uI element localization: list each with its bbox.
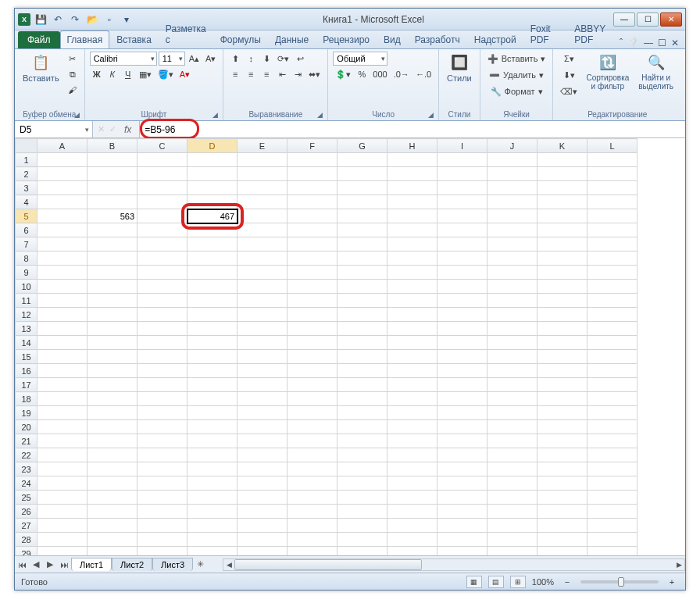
cell[interactable] bbox=[38, 336, 88, 350]
row-header[interactable]: 7 bbox=[16, 237, 38, 252]
cell[interactable] bbox=[538, 336, 588, 350]
tab-data[interactable]: Данные bbox=[268, 30, 316, 48]
cell[interactable] bbox=[188, 223, 238, 237]
cell[interactable] bbox=[538, 322, 588, 336]
cell[interactable] bbox=[88, 280, 138, 294]
cell[interactable] bbox=[538, 195, 588, 209]
alignment-launcher-icon[interactable]: ◢ bbox=[317, 111, 323, 119]
cell[interactable] bbox=[138, 491, 188, 505]
cell[interactable] bbox=[238, 237, 288, 252]
cell[interactable] bbox=[188, 336, 238, 350]
cell[interactable] bbox=[188, 322, 238, 336]
cell[interactable] bbox=[288, 280, 338, 294]
row-header[interactable]: 23 bbox=[16, 462, 38, 476]
cell[interactable] bbox=[338, 294, 388, 308]
percent-icon[interactable]: % bbox=[355, 67, 369, 81]
sheet-nav-prev-icon[interactable]: ◀ bbox=[29, 558, 43, 572]
save-icon[interactable]: 💾 bbox=[34, 12, 48, 27]
cell[interactable] bbox=[238, 336, 288, 350]
cell[interactable] bbox=[388, 252, 438, 266]
cell[interactable] bbox=[288, 336, 338, 350]
cell[interactable] bbox=[438, 491, 488, 505]
cell[interactable] bbox=[138, 195, 188, 209]
cell[interactable] bbox=[238, 505, 288, 519]
cell[interactable] bbox=[88, 266, 138, 280]
cell[interactable] bbox=[238, 209, 288, 223]
cell[interactable] bbox=[438, 378, 488, 392]
cell[interactable] bbox=[188, 364, 238, 378]
cell[interactable] bbox=[138, 476, 188, 491]
cell[interactable] bbox=[588, 350, 638, 364]
cell[interactable] bbox=[588, 378, 638, 392]
tab-addins[interactable]: Надстрой bbox=[467, 30, 523, 48]
cell[interactable] bbox=[588, 322, 638, 336]
cell[interactable] bbox=[588, 364, 638, 378]
align-left-icon[interactable]: ≡ bbox=[228, 67, 242, 81]
cell[interactable] bbox=[38, 406, 88, 420]
cell[interactable] bbox=[138, 153, 188, 167]
cell[interactable] bbox=[488, 448, 538, 462]
cell[interactable] bbox=[138, 294, 188, 308]
cell[interactable] bbox=[538, 547, 588, 556]
cell[interactable] bbox=[538, 392, 588, 406]
cell[interactable] bbox=[88, 406, 138, 420]
row-header[interactable]: 26 bbox=[16, 505, 38, 519]
cell[interactable] bbox=[588, 462, 638, 476]
cell[interactable] bbox=[238, 519, 288, 533]
cell[interactable] bbox=[38, 462, 88, 476]
cell[interactable] bbox=[38, 533, 88, 547]
cell[interactable] bbox=[88, 223, 138, 237]
column-header[interactable]: L bbox=[588, 139, 638, 153]
cell[interactable] bbox=[38, 280, 88, 294]
column-header[interactable]: A bbox=[38, 139, 88, 153]
cell[interactable] bbox=[438, 223, 488, 237]
row-header[interactable]: 14 bbox=[16, 336, 38, 350]
cell[interactable] bbox=[338, 420, 388, 434]
cell[interactable] bbox=[538, 533, 588, 547]
cell[interactable] bbox=[338, 308, 388, 322]
cell[interactable] bbox=[488, 420, 538, 434]
cell[interactable] bbox=[38, 252, 88, 266]
mdi-close-icon[interactable]: ✕ bbox=[671, 37, 679, 48]
cell[interactable] bbox=[138, 237, 188, 252]
increase-indent-icon[interactable]: ⇥ bbox=[291, 67, 305, 81]
cell[interactable] bbox=[388, 181, 438, 195]
tab-review[interactable]: Рецензиро bbox=[316, 30, 377, 48]
cell[interactable] bbox=[538, 209, 588, 223]
cell[interactable] bbox=[238, 294, 288, 308]
cell[interactable] bbox=[38, 378, 88, 392]
paste-button[interactable]: 📋 Вставить bbox=[20, 52, 62, 84]
decrease-decimal-icon[interactable]: ←.0 bbox=[413, 67, 434, 81]
cell[interactable] bbox=[488, 533, 538, 547]
cell[interactable] bbox=[88, 420, 138, 434]
cell[interactable] bbox=[88, 195, 138, 209]
cell[interactable] bbox=[138, 223, 188, 237]
cell[interactable] bbox=[438, 294, 488, 308]
cell[interactable] bbox=[288, 448, 338, 462]
cell[interactable] bbox=[538, 181, 588, 195]
maximize-button[interactable]: ☐ bbox=[637, 12, 659, 27]
cell[interactable] bbox=[138, 350, 188, 364]
cell[interactable] bbox=[438, 153, 488, 167]
cell[interactable] bbox=[238, 195, 288, 209]
cell[interactable] bbox=[538, 237, 588, 252]
decrease-font-icon[interactable]: A▾ bbox=[203, 52, 218, 66]
enter-formula-icon[interactable]: ✓ bbox=[109, 124, 116, 134]
cell[interactable] bbox=[388, 505, 438, 519]
cell[interactable] bbox=[538, 476, 588, 491]
cell[interactable] bbox=[38, 195, 88, 209]
column-header[interactable]: B bbox=[88, 139, 138, 153]
cell[interactable] bbox=[288, 519, 338, 533]
cell[interactable] bbox=[138, 462, 188, 476]
view-page-layout-icon[interactable]: ▤ bbox=[488, 576, 504, 588]
cell[interactable] bbox=[588, 420, 638, 434]
font-name-combo[interactable]: Calibri bbox=[90, 52, 157, 66]
cell[interactable] bbox=[38, 519, 88, 533]
cell[interactable] bbox=[338, 252, 388, 266]
number-format-combo[interactable]: Общий bbox=[333, 52, 388, 66]
cell[interactable] bbox=[188, 406, 238, 420]
cell[interactable] bbox=[238, 350, 288, 364]
cell[interactable] bbox=[288, 237, 338, 252]
cell[interactable] bbox=[388, 223, 438, 237]
cell[interactable] bbox=[338, 336, 388, 350]
